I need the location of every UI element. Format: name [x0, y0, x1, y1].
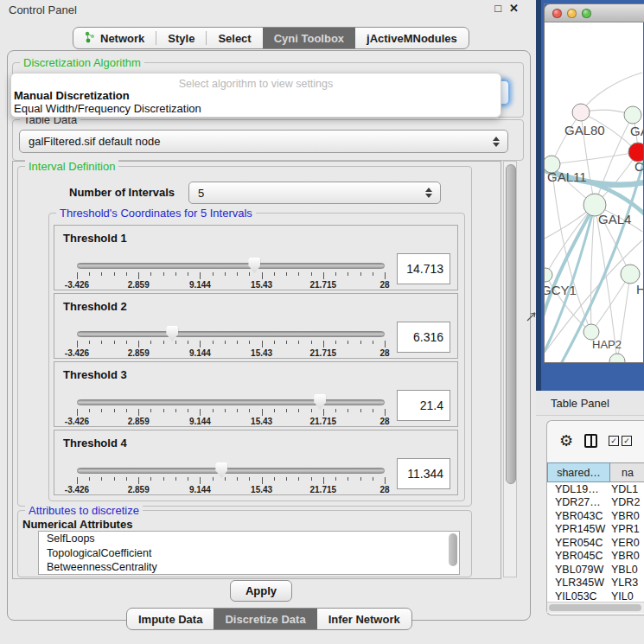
threshold-slider-thumb[interactable] [215, 462, 227, 478]
threshold-slider-thumb[interactable] [314, 394, 326, 410]
tab-network[interactable]: Network [73, 28, 156, 48]
cell-shared-name[interactable]: YBR043C [547, 510, 611, 522]
tab-jactivemnodules[interactable]: jActiveMNodules [355, 28, 469, 48]
cell-shared-name[interactable]: YPR145W [547, 523, 611, 535]
cell-shared-name[interactable]: YER054C [547, 537, 611, 549]
threshold-slider-track[interactable] [77, 331, 385, 337]
threshold-value-field[interactable]: 6.316 [397, 322, 450, 353]
cell-shared-name[interactable]: YDR27… [547, 496, 611, 508]
window-close-button[interactable] [552, 9, 562, 18]
popup-item-equal-width-frequency[interactable]: Equal Width/Frequency Discretization [14, 102, 201, 115]
threshold-value-field[interactable]: 14.713 [397, 253, 450, 284]
settings-vscrollbar-thumb[interactable] [506, 164, 516, 484]
cell-shared-name[interactable]: YBL079W [547, 564, 611, 576]
network-node[interactable] [621, 265, 640, 284]
slider-tick [138, 272, 139, 279]
network-node-label: GAL11 [547, 169, 587, 184]
cell-shared-name[interactable]: YDL19… [547, 483, 611, 495]
window-minimize-button[interactable] [567, 9, 577, 18]
tab-cyni-toolbox[interactable]: Cyni Toolbox [263, 28, 355, 48]
select-rows-icons: ✓ ✓ [609, 436, 632, 446]
network-node[interactable] [609, 354, 625, 362]
threshold-value-field[interactable]: 11.344 [397, 458, 450, 489]
slider-tick [286, 477, 287, 481]
attributes-list-scrollbar-thumb[interactable] [449, 533, 457, 566]
column-header-shared-name[interactable]: shared… [547, 462, 610, 482]
network-window-titlebar[interactable] [545, 4, 644, 22]
network-node[interactable] [545, 268, 552, 282]
table-data-combo[interactable]: galFiltered.sif default node [19, 130, 508, 153]
slider-tick [311, 409, 312, 412]
numerical-attributes-list[interactable]: SelfLoopsTopologicalCoefficientBetweenne… [38, 531, 460, 575]
slider-tick [262, 409, 263, 416]
slider-tick [163, 409, 164, 412]
threshold-value-field[interactable]: 21.4 [397, 390, 450, 421]
table-row[interactable]: YBR043CYBR0 [547, 509, 644, 523]
slider-tick [335, 272, 336, 276]
attribute-list-item[interactable]: BetweennessCentrality [39, 560, 459, 575]
table-row[interactable]: YPR145WYPR1 [547, 523, 644, 537]
cell-name[interactable]: YDR2 [611, 496, 644, 508]
screen: Control Panel □ ✕ Network Style Select C… [0, 0, 644, 644]
cell-name[interactable]: YLR3 [611, 577, 644, 589]
cell-name[interactable]: YBR0 [611, 550, 644, 562]
cell-shared-name[interactable]: YIL053C [547, 590, 611, 602]
network-node[interactable] [624, 106, 641, 124]
network-canvas[interactable]: GAL80GACGAL11GAL4GCY1HHAP2 [545, 22, 643, 362]
popup-item-manual-discretization[interactable]: Manual Discretization [14, 89, 130, 102]
threshold-slider-track[interactable] [77, 263, 385, 269]
slider-tick [249, 272, 250, 276]
table-row[interactable]: YBL079WYBL0 [547, 563, 644, 577]
attribute-list-item[interactable]: SelfLoops [39, 532, 459, 546]
threshold-label: Threshold 1 [63, 232, 127, 245]
cell-name[interactable]: YER0 [611, 537, 644, 549]
table-row[interactable]: YBR045CYBR0 [547, 550, 644, 564]
threshold-slider-thumb[interactable] [248, 258, 260, 273]
attribute-list-item[interactable]: TopologicalCoefficient [39, 546, 459, 561]
table-row[interactable]: YLR345WYLR3 [547, 577, 644, 590]
table-hscrollbar-track[interactable] [547, 602, 644, 613]
cell-name[interactable]: YIL0 [611, 590, 644, 602]
cell-name[interactable]: YDL1 [611, 483, 644, 495]
slider-tick [213, 341, 214, 344]
checkbox-icon[interactable]: ✓ [622, 436, 632, 446]
network-node[interactable] [572, 104, 590, 121]
table-panel-title: Table Panel [551, 397, 609, 410]
float-window-icon[interactable]: □ [494, 2, 501, 15]
slider-tick [385, 272, 386, 279]
slider-tick [385, 341, 386, 348]
slider-tick [126, 409, 127, 412]
tab-impute-data[interactable]: Impute Data [127, 609, 214, 629]
cell-shared-name[interactable]: YBR045C [547, 550, 611, 562]
slider-tick [286, 341, 287, 344]
cell-name[interactable]: YBL0 [611, 564, 644, 576]
cell-name[interactable]: YBR0 [611, 510, 644, 522]
settings-vscrollbar-track[interactable] [503, 161, 517, 577]
column-visibility-icon[interactable] [584, 434, 597, 448]
column-header-name[interactable]: na [610, 462, 644, 482]
table-row[interactable]: YIL053CYIL0 [547, 590, 644, 602]
table-row[interactable]: YER054CYER0 [547, 536, 644, 550]
close-panel-icon[interactable]: ✕ [509, 2, 519, 15]
threshold-slider-track[interactable] [77, 468, 385, 474]
tab-infer-network[interactable]: Infer Network [317, 609, 411, 629]
slider-tick [262, 477, 263, 484]
table-row[interactable]: YDR27…YDR2 [547, 496, 644, 510]
cell-shared-name[interactable]: YLR345W [547, 577, 611, 589]
tab-select[interactable]: Select [207, 28, 262, 48]
cell-name[interactable]: YPR1 [611, 523, 644, 535]
window-zoom-button[interactable] [582, 9, 591, 18]
checkbox-icon[interactable]: ✓ [609, 436, 619, 446]
tab-style[interactable]: Style [156, 28, 206, 48]
table-hscrollbar-thumb[interactable] [549, 604, 641, 611]
table-row[interactable]: YDL19…YDL1 [547, 482, 644, 496]
threshold-slider-thumb[interactable] [166, 326, 178, 341]
network-nodes: GAL80GACGAL11GAL4GCY1HHAP2 [545, 104, 643, 362]
table-settings-gear-icon[interactable]: ⚙ [559, 433, 573, 449]
threshold-slider-track[interactable] [77, 399, 385, 405]
slider-tick [163, 341, 164, 344]
tab-discretize-data[interactable]: Discretize Data [214, 609, 316, 629]
apply-button[interactable]: Apply [230, 580, 292, 602]
number-of-intervals-combo[interactable]: 5 [188, 182, 441, 204]
slider-tick [89, 272, 90, 276]
